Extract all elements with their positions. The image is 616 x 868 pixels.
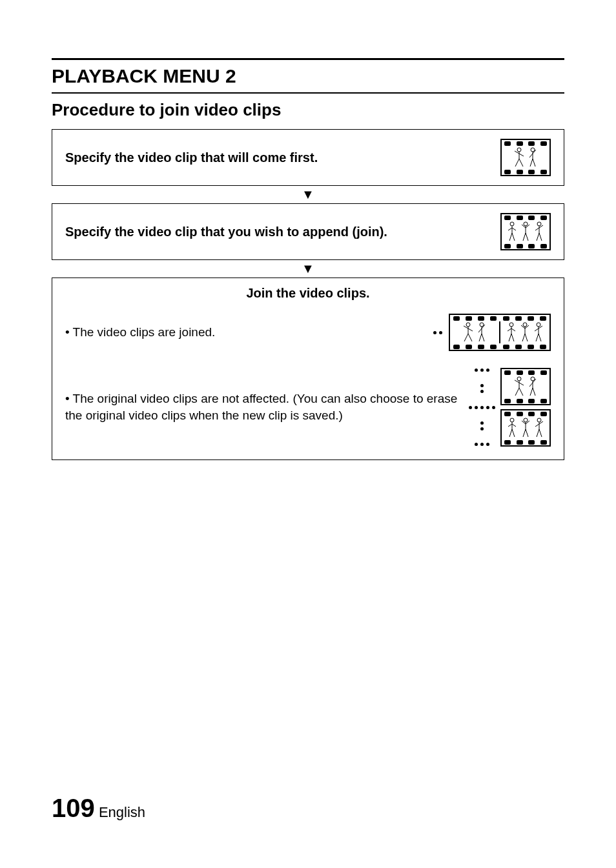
section-rule (52, 92, 564, 94)
svg-line-8 (529, 154, 533, 157)
step-2-box: Specify the video clip that you wish to … (52, 203, 564, 260)
step-3-box: Join the video clips. • The video clips … (52, 278, 564, 460)
svg-line-59 (539, 334, 541, 341)
down-arrow-icon: ▼ (52, 261, 564, 276)
svg-line-11 (533, 159, 535, 167)
dancer-clip-icon (500, 368, 551, 405)
svg-point-42 (509, 323, 513, 327)
svg-line-68 (529, 383, 533, 387)
svg-point-30 (466, 323, 470, 327)
connector-dots-icon (469, 368, 495, 446)
svg-line-38 (478, 328, 482, 332)
group-clip-icon (500, 409, 551, 447)
svg-line-41 (482, 334, 484, 341)
svg-line-89 (539, 429, 542, 437)
svg-line-33 (468, 328, 473, 331)
svg-line-5 (519, 159, 523, 167)
page-language: English (99, 804, 145, 820)
svg-line-74 (508, 424, 512, 427)
svg-point-54 (537, 323, 540, 327)
svg-line-53 (525, 334, 528, 341)
svg-line-76 (509, 429, 512, 437)
svg-line-15 (512, 228, 516, 230)
svg-line-4 (515, 159, 519, 167)
svg-line-58 (536, 334, 539, 341)
svg-point-0 (517, 148, 521, 152)
svg-line-35 (468, 334, 472, 341)
step-2-text: Specify the video clip that you wish to … (65, 225, 488, 239)
step-3-row-2: • The original video clips are not affec… (65, 368, 551, 447)
svg-line-65 (519, 388, 523, 396)
svg-line-34 (464, 334, 468, 341)
step-3-row-1: • The video clips are joined. (65, 314, 551, 351)
svg-line-10 (530, 159, 533, 167)
step-1-box: Specify the video clip that will come fi… (52, 129, 564, 186)
svg-line-23 (526, 233, 528, 241)
joined-clip-icon (449, 314, 551, 351)
svg-line-71 (533, 388, 535, 396)
down-arrow-icon: ▼ (52, 187, 564, 202)
svg-point-66 (531, 377, 535, 381)
page-title: PLAYBACK MENU 2 (52, 65, 564, 87)
svg-line-22 (523, 233, 526, 241)
svg-line-28 (537, 233, 539, 241)
svg-line-56 (535, 328, 539, 331)
svg-line-17 (512, 233, 515, 241)
bullet-2-text: • The original video clips are not affec… (65, 390, 462, 423)
step-1-text: Specify the video clip that will come fi… (65, 150, 488, 165)
svg-point-72 (510, 418, 514, 422)
svg-point-24 (537, 222, 541, 226)
group-clip-icon (500, 213, 551, 250)
svg-point-48 (523, 323, 527, 327)
svg-line-52 (522, 334, 525, 341)
step-3-title: Join the video clips. (65, 286, 551, 301)
page-footer: 109 English (52, 794, 145, 823)
svg-line-82 (523, 429, 526, 437)
svg-line-44 (508, 328, 511, 331)
section-subtitle: Procedure to join video clips (52, 100, 564, 120)
dancer-clip-icon (500, 139, 551, 176)
svg-line-46 (509, 334, 511, 341)
svg-line-14 (508, 228, 512, 230)
svg-point-84 (537, 418, 541, 422)
svg-line-29 (539, 233, 542, 241)
svg-line-3 (519, 154, 524, 156)
svg-point-18 (524, 222, 528, 226)
svg-line-47 (511, 334, 514, 341)
manual-page: PLAYBACK MENU 2 Procedure to join video … (0, 0, 616, 868)
connector-dots-icon (433, 331, 442, 334)
svg-point-36 (480, 323, 484, 327)
svg-line-26 (535, 228, 539, 230)
original-clips-diagram (469, 368, 551, 447)
svg-point-6 (531, 148, 535, 152)
svg-line-64 (515, 388, 519, 396)
svg-line-75 (512, 424, 516, 427)
svg-line-70 (530, 388, 533, 396)
svg-line-63 (519, 383, 524, 385)
svg-line-88 (537, 429, 539, 437)
svg-line-83 (526, 429, 528, 437)
svg-point-60 (517, 377, 521, 381)
svg-line-40 (479, 334, 482, 341)
bullet-1-text: • The video clips are joined. (65, 324, 427, 341)
svg-line-86 (535, 424, 539, 427)
page-number: 109 (52, 794, 95, 822)
svg-line-77 (512, 429, 515, 437)
svg-point-12 (510, 222, 514, 226)
svg-point-78 (524, 418, 528, 422)
svg-line-16 (509, 233, 512, 241)
svg-line-45 (511, 328, 515, 331)
top-rule (52, 58, 564, 60)
